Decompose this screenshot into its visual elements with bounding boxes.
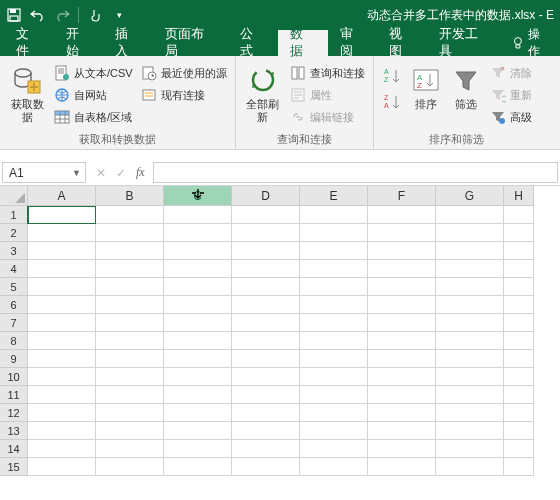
cell-H9[interactable]	[504, 350, 534, 368]
cell-D11[interactable]	[232, 386, 300, 404]
cell-F9[interactable]	[368, 350, 436, 368]
cell-A11[interactable]	[28, 386, 96, 404]
tab-data[interactable]: 数据	[278, 30, 328, 56]
cell-H3[interactable]	[504, 242, 534, 260]
cell-A12[interactable]	[28, 404, 96, 422]
cell-D10[interactable]	[232, 368, 300, 386]
row-header-13[interactable]: 13	[0, 422, 28, 440]
cell-G6[interactable]	[436, 296, 504, 314]
cell-G8[interactable]	[436, 332, 504, 350]
cell-H11[interactable]	[504, 386, 534, 404]
row-header-4[interactable]: 4	[0, 260, 28, 278]
row-header-5[interactable]: 5	[0, 278, 28, 296]
cell-F5[interactable]	[368, 278, 436, 296]
cell-D4[interactable]	[232, 260, 300, 278]
cell-B5[interactable]	[96, 278, 164, 296]
sort-az-button[interactable]: AZ	[380, 64, 404, 88]
cell-A6[interactable]	[28, 296, 96, 314]
cell-C13[interactable]	[164, 422, 232, 440]
cell-B11[interactable]	[96, 386, 164, 404]
cell-A2[interactable]	[28, 224, 96, 242]
cell-H14[interactable]	[504, 440, 534, 458]
cell-F10[interactable]	[368, 368, 436, 386]
column-header-C[interactable]: C	[164, 186, 232, 206]
cell-H1[interactable]	[504, 206, 534, 224]
sort-za-button[interactable]: ZA	[380, 90, 404, 114]
cell-B14[interactable]	[96, 440, 164, 458]
cell-B2[interactable]	[96, 224, 164, 242]
cell-B7[interactable]	[96, 314, 164, 332]
cell-B4[interactable]	[96, 260, 164, 278]
cell-A1[interactable]	[28, 206, 96, 224]
column-header-D[interactable]: D	[232, 186, 300, 206]
cell-D15[interactable]	[232, 458, 300, 476]
edit-links-button[interactable]: 编辑链接	[288, 107, 367, 127]
cell-F6[interactable]	[368, 296, 436, 314]
touch-mode-icon[interactable]	[87, 7, 103, 23]
cell-C6[interactable]	[164, 296, 232, 314]
row-header-15[interactable]: 15	[0, 458, 28, 476]
cell-D7[interactable]	[232, 314, 300, 332]
cell-G4[interactable]	[436, 260, 504, 278]
cell-C12[interactable]	[164, 404, 232, 422]
cell-E15[interactable]	[300, 458, 368, 476]
properties-button[interactable]: 属性	[288, 85, 367, 105]
column-header-G[interactable]: G	[436, 186, 504, 206]
cell-A3[interactable]	[28, 242, 96, 260]
cell-C14[interactable]	[164, 440, 232, 458]
cell-G9[interactable]	[436, 350, 504, 368]
row-header-3[interactable]: 3	[0, 242, 28, 260]
cell-B9[interactable]	[96, 350, 164, 368]
cell-B12[interactable]	[96, 404, 164, 422]
cell-B8[interactable]	[96, 332, 164, 350]
cell-F2[interactable]	[368, 224, 436, 242]
cell-D6[interactable]	[232, 296, 300, 314]
cell-D13[interactable]	[232, 422, 300, 440]
cell-C1[interactable]	[164, 206, 232, 224]
cell-G15[interactable]	[436, 458, 504, 476]
cell-F11[interactable]	[368, 386, 436, 404]
cell-G10[interactable]	[436, 368, 504, 386]
cell-E14[interactable]	[300, 440, 368, 458]
filter-button[interactable]: 筛选	[448, 60, 484, 130]
formula-input[interactable]	[153, 162, 558, 183]
cell-D12[interactable]	[232, 404, 300, 422]
advanced-filter-button[interactable]: 高级	[488, 107, 534, 127]
cell-E4[interactable]	[300, 260, 368, 278]
cell-H5[interactable]	[504, 278, 534, 296]
qat-customize-icon[interactable]: ▾	[111, 7, 127, 23]
cell-G11[interactable]	[436, 386, 504, 404]
tab-file[interactable]: 文件	[4, 30, 54, 56]
cell-E13[interactable]	[300, 422, 368, 440]
cell-F8[interactable]	[368, 332, 436, 350]
cell-H13[interactable]	[504, 422, 534, 440]
cell-G12[interactable]	[436, 404, 504, 422]
tab-review[interactable]: 审阅	[328, 30, 378, 56]
get-data-button[interactable]: 获取数 据	[6, 60, 48, 130]
cell-C4[interactable]	[164, 260, 232, 278]
tab-pagelayout[interactable]: 页面布局	[153, 30, 228, 56]
cell-A4[interactable]	[28, 260, 96, 278]
row-header-10[interactable]: 10	[0, 368, 28, 386]
cell-A9[interactable]	[28, 350, 96, 368]
chevron-down-icon[interactable]: ▼	[72, 168, 81, 178]
cell-A7[interactable]	[28, 314, 96, 332]
cell-C7[interactable]	[164, 314, 232, 332]
sort-button[interactable]: AZ 排序	[408, 60, 444, 130]
cell-G7[interactable]	[436, 314, 504, 332]
cell-A10[interactable]	[28, 368, 96, 386]
cell-F15[interactable]	[368, 458, 436, 476]
cell-H10[interactable]	[504, 368, 534, 386]
cell-G3[interactable]	[436, 242, 504, 260]
cell-G5[interactable]	[436, 278, 504, 296]
cell-A8[interactable]	[28, 332, 96, 350]
refresh-all-button[interactable]: 全部刷新	[242, 60, 284, 130]
cell-A13[interactable]	[28, 422, 96, 440]
cell-F14[interactable]	[368, 440, 436, 458]
save-icon[interactable]	[6, 7, 22, 23]
cell-F7[interactable]	[368, 314, 436, 332]
row-header-11[interactable]: 11	[0, 386, 28, 404]
cell-F3[interactable]	[368, 242, 436, 260]
from-web-button[interactable]: 自网站	[52, 85, 135, 105]
cell-F12[interactable]	[368, 404, 436, 422]
